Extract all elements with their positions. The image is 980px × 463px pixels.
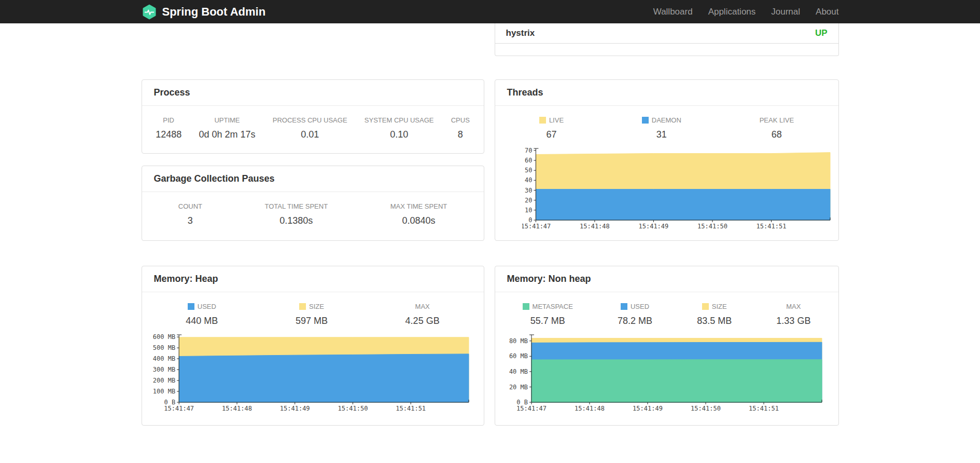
metric-label: CPUS [451,116,470,124]
legend-value: 31 [642,129,681,140]
metric-gc-total-time: TOTAL TIME SPENT 0.1380s [265,202,328,226]
legend-label: USED [631,303,649,310]
legend-label: PEAK LIVE [760,116,794,124]
legend-value: 440 MB [186,316,218,326]
svg-text:15:41:51: 15:41:51 [756,223,786,230]
threads-card-title: Threads [495,80,838,106]
navbar-container: Spring Boot Admin Wallboard Applications… [142,0,839,23]
legend-label-row: SIZE [697,303,732,310]
metric-value: 3 [178,215,202,226]
legend-value: 1.33 GB [776,316,810,326]
legend-label: LIVE [549,116,564,124]
memory-heap-card: Memory: Heap USED 440 MB SIZE 597 MB MAX… [142,266,484,426]
daemon-color-swatch [642,117,649,124]
metric-label: SYSTEM CPU USAGE [365,116,434,124]
legend-label: MAX [786,303,801,310]
svg-text:40: 40 [524,176,531,184]
svg-text:15:41:51: 15:41:51 [749,405,779,412]
application-status-card: hystrix UP [495,23,839,56]
svg-text:400 MB: 400 MB [152,355,175,362]
metric-value: 8 [451,129,470,140]
metric-value: 0.0840s [390,215,447,226]
legend-daemon: DAEMON 31 [642,116,681,140]
nav-about[interactable]: About [816,7,838,17]
heap-memory-chart: 0 B100 MB200 MB300 MB400 MB500 MB600 MB1… [150,331,472,414]
metaspace-color-swatch [523,303,529,310]
legend-label-row: USED [618,303,652,310]
legend-metaspace: METASPACE 55.7 MB [523,303,573,326]
spring-boot-admin-logo-icon [142,4,157,20]
legend-label-row: MAX [776,303,810,310]
legend-value: 597 MB [296,316,328,326]
legend-label-row: METASPACE [523,303,573,310]
process-card: Process PID 12488 UPTIME 0d 0h 2m 17s PR… [142,79,484,154]
nonheap-legend: METASPACE 55.7 MB USED 78.2 MB SIZE 83.5… [495,292,838,326]
brand-home-link[interactable]: Spring Boot Admin [142,4,266,20]
svg-text:15:41:51: 15:41:51 [396,405,426,412]
metric-label: PROCESS CPU USAGE [273,116,347,124]
svg-text:300 MB: 300 MB [152,366,175,373]
legend-size: SIZE 83.5 MB [697,303,732,326]
top-row: Process PID 12488 UPTIME 0d 0h 2m 17s PR… [142,79,839,241]
nav-applications[interactable]: Applications [708,7,756,17]
nav-wallboard[interactable]: Wallboard [653,7,693,17]
legend-label: DAEMON [652,116,681,124]
svg-text:15:41:49: 15:41:49 [633,405,663,412]
threads-card: Threads LIVE 67 DAEMON 31 PEAK LIVE 68 0… [495,79,839,241]
heap-legend: USED 440 MB SIZE 597 MB MAX 4.25 GB [142,292,484,326]
nonheap-memory-chart: 0 B20 MB40 MB60 MB80 MB15:41:4715:41:481… [507,331,825,414]
legend-label-row: USED [186,303,218,310]
legend-max: MAX 4.25 GB [405,303,440,326]
used-color-swatch [188,303,194,310]
metric-cpus: CPUS 8 [451,116,470,140]
metric-uptime: UPTIME 0d 0h 2m 17s [199,116,255,140]
svg-text:15:41:47: 15:41:47 [522,223,551,230]
legend-used: USED 78.2 MB [618,303,652,326]
legend-value: 68 [760,129,794,140]
metric-label: COUNT [178,202,202,210]
metric-value: 0d 0h 2m 17s [199,129,255,140]
metric-pid: PID 12488 [156,116,181,140]
legend-label: SIZE [309,303,324,310]
svg-text:15:41:47: 15:41:47 [164,405,194,412]
svg-text:30: 30 [524,187,531,194]
metric-value: 0.1380s [265,215,328,226]
gc-card-title: Garbage Collection Pauses [142,166,484,192]
threads-chart: 01020304050607015:41:4715:41:4815:41:491… [522,144,833,232]
bottom-row: Memory: Heap USED 440 MB SIZE 597 MB MAX… [142,266,839,426]
svg-text:500 MB: 500 MB [152,344,175,351]
metric-gc-count: COUNT 3 [178,202,202,226]
svg-text:200 MB: 200 MB [152,377,175,384]
legend-peak-live: PEAK LIVE 68 [760,116,794,140]
brand-title: Spring Boot Admin [162,5,266,19]
metric-value: 0.10 [365,129,434,140]
metric-system-cpu-usage: SYSTEM CPU USAGE 0.10 [365,116,434,140]
nav-journal[interactable]: Journal [771,7,800,17]
process-metrics: PID 12488 UPTIME 0d 0h 2m 17s PROCESS CP… [142,106,484,140]
process-card-title: Process [142,80,484,106]
live-color-swatch [539,117,546,124]
svg-text:15:41:49: 15:41:49 [279,405,310,412]
legend-label-row: PEAK LIVE [760,116,794,124]
legend-size: SIZE 597 MB [296,303,328,326]
legend-value: 67 [539,129,564,140]
legend-label: MAX [415,303,430,310]
legend-value: 4.25 GB [405,316,440,326]
svg-text:600 MB: 600 MB [152,333,175,341]
metric-label: MAX TIME SPENT [390,202,447,210]
nonheap-card-title: Memory: Non heap [495,266,838,292]
svg-text:50: 50 [524,167,531,174]
metric-gc-max-time: MAX TIME SPENT 0.0840s [390,202,447,226]
application-name-link[interactable]: hystrix [506,28,535,38]
legend-label: METASPACE [533,303,573,310]
metric-label: PID [156,116,181,124]
svg-text:15:41:50: 15:41:50 [691,405,721,412]
svg-text:100 MB: 100 MB [152,388,175,395]
metric-value: 12488 [156,129,181,140]
metric-process-cpu-usage: PROCESS CPU USAGE 0.01 [273,116,347,140]
svg-text:70: 70 [524,147,531,154]
svg-text:15:41:47: 15:41:47 [516,405,547,412]
svg-text:15:41:50: 15:41:50 [338,405,368,412]
metric-value: 0.01 [273,129,347,140]
status-badge: UP [815,28,828,38]
